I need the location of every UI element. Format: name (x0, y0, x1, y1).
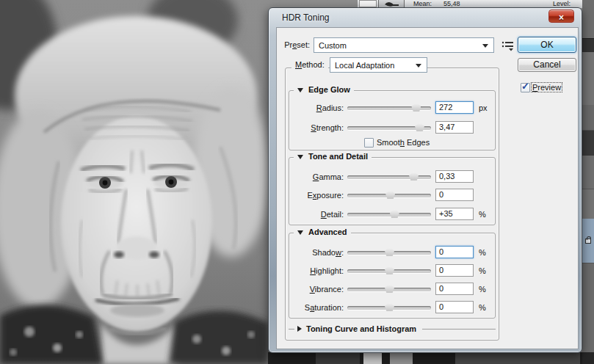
detail-row: Detail: +35 % (289, 207, 495, 222)
smooth-edges-row: Smooth Edges (289, 137, 495, 149)
vibrance-slider[interactable] (347, 282, 431, 296)
radius-label: Radius: (297, 101, 344, 115)
slider-thumb[interactable] (390, 209, 399, 218)
slider-thumb[interactable] (385, 284, 394, 293)
close-icon: × (559, 12, 564, 23)
slider-thumb[interactable] (409, 172, 419, 181)
chevron-down-icon (416, 64, 421, 68)
smooth-edges-checkbox[interactable] (364, 138, 374, 148)
radius-slider[interactable] (347, 101, 431, 115)
slider-thumb[interactable] (385, 247, 394, 256)
gamma-label: Gamma: (297, 170, 344, 184)
strength-row: Strength: 3,47 (289, 120, 495, 135)
highlight-slider[interactable] (347, 263, 431, 278)
slider-thumb[interactable] (385, 302, 394, 311)
detail-input[interactable]: +35 (435, 208, 474, 220)
exposure-slider[interactable] (347, 188, 431, 203)
shadow-label: Shadow: (297, 245, 344, 260)
highlight-row: Highlight: 0 % (289, 263, 495, 278)
collapse-triangle-icon (297, 155, 303, 159)
close-button[interactable]: × (548, 10, 574, 23)
highlight-label: Highlight: (297, 263, 344, 278)
expand-triangle-icon (297, 326, 302, 332)
saturation-row: Saturation: 0 % (289, 300, 495, 315)
slider-thumb[interactable] (385, 190, 395, 199)
dialog-titlebar[interactable]: HDR Toning × (269, 8, 582, 27)
advanced-group: Advanced Shadow: 0 % Highlight: 0 % (289, 233, 496, 318)
shadow-row: Shadow: 0 % (289, 245, 495, 260)
collapse-triangle-icon (297, 88, 303, 92)
preview-checkbox[interactable]: ✓ (521, 83, 530, 92)
preset-label: Preset: (277, 40, 310, 49)
tone-detail-group: Tone and Detail Gamma: 0,33 Exposure: 0 … (289, 157, 496, 225)
exposure-input[interactable]: 0 (435, 189, 474, 201)
saturation-slider[interactable] (347, 300, 431, 315)
cancel-button[interactable]: Cancel (518, 58, 576, 72)
chevron-down-icon (482, 44, 488, 48)
gamma-slider[interactable] (347, 170, 431, 184)
slider-thumb[interactable] (415, 123, 424, 131)
preview-label[interactable]: Preview (532, 83, 562, 92)
preset-options-icon[interactable] (501, 40, 515, 53)
highlight-unit: % (479, 263, 486, 278)
method-legend: Method: (291, 60, 328, 69)
check-icon: ✓ (521, 81, 529, 92)
strength-input[interactable]: 3,47 (435, 121, 474, 134)
advanced-header[interactable]: Advanced (294, 228, 351, 236)
radius-input[interactable]: 272 (435, 101, 474, 114)
panel-button[interactable] (359, 0, 377, 7)
method-dropdown[interactable]: Local Adaptation (330, 57, 427, 73)
mean-value: 55,48 (443, 0, 460, 7)
ok-button[interactable]: OK (518, 37, 576, 53)
vibrance-input[interactable]: 0 (435, 283, 474, 295)
level-label: Level: (553, 0, 571, 7)
saturation-input[interactable]: 0 (435, 301, 474, 313)
strength-label: Strength: (297, 120, 344, 135)
shadow-slider[interactable] (347, 245, 431, 260)
exposure-label: Exposure: (297, 188, 344, 203)
highlight-input[interactable]: 0 (435, 264, 474, 277)
slider-thumb[interactable] (385, 266, 394, 274)
detail-unit: % (479, 207, 486, 222)
saturation-unit: % (479, 300, 486, 315)
settings-group: Method: Local Adaptation Edge Glow Radiu… (285, 68, 499, 341)
vibrance-unit: % (479, 282, 486, 296)
edge-glow-group: Edge Glow Radius: 272 px Strength: 3,47 (289, 90, 496, 150)
gamma-input[interactable]: 0,33 (435, 170, 474, 183)
toning-curve-section[interactable]: Toning Curve and Histogram (289, 324, 496, 334)
method-value: Local Adaptation (335, 61, 394, 70)
method-label: Method: (295, 60, 325, 69)
tone-detail-header[interactable]: Tone and Detail (294, 152, 372, 161)
exposure-row: Exposure: 0 (289, 188, 495, 203)
layers-panel-edge (582, 0, 594, 364)
preset-value: Custom (319, 41, 347, 50)
preset-dropdown[interactable]: Custom (314, 37, 494, 53)
mean-label: Mean: (413, 0, 432, 7)
detail-slider[interactable] (347, 207, 431, 222)
strength-slider[interactable] (347, 120, 431, 135)
toning-curve-label: Toning Curve and Histogram (306, 324, 416, 333)
shadow-input[interactable]: 0 (435, 246, 474, 258)
radius-unit: px (479, 101, 488, 115)
detail-label: Detail: (297, 207, 344, 222)
screen: Mean: 55,48 Level: HDR Toning × Preset: … (0, 0, 594, 364)
shadow-unit: % (479, 245, 486, 260)
collapse-triangle-icon (297, 230, 303, 235)
dialog-client-area: Preset: Custom OK Cancel ✓ Preview (276, 27, 579, 349)
hdr-toning-dialog: HDR Toning × Preset: Custom OK Cancel (268, 7, 582, 353)
lock-icon (585, 239, 591, 244)
edge-glow-header[interactable]: Edge Glow (294, 85, 354, 94)
vibrance-row: Vibrance: 0 % (289, 282, 495, 296)
vibrance-label: Vibrance: (297, 282, 344, 296)
radius-row: Radius: 272 px (289, 101, 495, 115)
gamma-row: Gamma: 0,33 (289, 170, 495, 184)
slider-thumb[interactable] (411, 103, 421, 112)
saturation-label: Saturation: (297, 300, 344, 315)
smooth-edges-label[interactable]: Smooth Edges (377, 138, 430, 147)
dialog-title: HDR Toning (282, 12, 329, 23)
